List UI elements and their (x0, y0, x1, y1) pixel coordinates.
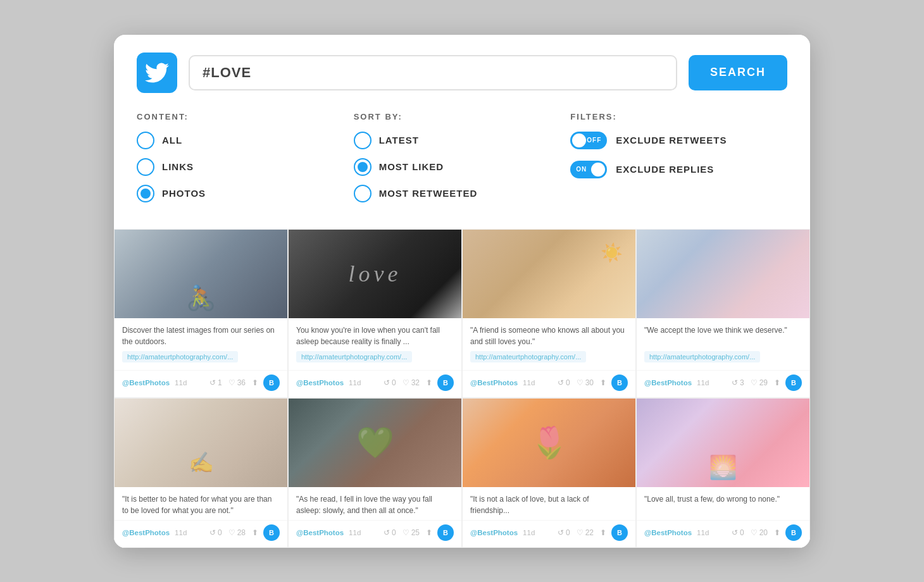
content-photos-label: PHOTOS (162, 188, 206, 199)
sort-filter-group: SORT BY: LATEST MOST LIKED MOST RETWEETE… (354, 112, 571, 211)
card-user-1[interactable]: @BestPhotos (122, 379, 170, 387)
retweet-group-6[interactable]: ↺0 (384, 528, 396, 537)
share-group-1[interactable]: ⬆ (252, 378, 258, 387)
card-actions-2: ↺0 ♡32 ⬆ (384, 378, 432, 387)
retweet-group-5[interactable]: ↺0 (209, 528, 222, 537)
footer-left-1: @BestPhotos 11d (122, 379, 187, 387)
card-user-4[interactable]: @BestPhotos (644, 379, 692, 387)
content-links-radio[interactable] (137, 158, 154, 176)
like-group-6[interactable]: ♡25 (403, 528, 420, 537)
retweet-group-3[interactable]: ↺0 (558, 378, 570, 387)
card-user-6[interactable]: @BestPhotos (296, 529, 344, 536)
card-user-2[interactable]: @BestPhotos (296, 379, 344, 387)
sort-latest-label: LATEST (379, 135, 419, 146)
like-group-3[interactable]: ♡30 (577, 378, 594, 387)
card-actions-1: ↺1 ♡36 ⬆ (209, 378, 258, 387)
footer-right-5: ↺0 ♡28 ⬆ B (209, 524, 280, 541)
footer-left-7: @BestPhotos 11d (470, 529, 535, 536)
retweet-group-2[interactable]: ↺0 (384, 378, 396, 387)
card-user-8[interactable]: @BestPhotos (644, 529, 692, 536)
card-quote-4: "We accept the love we think we deserve.… (644, 325, 802, 347)
share-group-8[interactable]: ⬆ (774, 528, 780, 537)
card-image-1 (115, 230, 287, 318)
like-group-7[interactable]: ♡22 (577, 528, 594, 537)
toggle-off-label: OFF (587, 137, 601, 144)
sort-most-retweeted-option[interactable]: MOST RETWEETED (354, 185, 571, 202)
card-user-3[interactable]: @BestPhotos (470, 379, 518, 387)
exclude-replies-toggle[interactable]: ON (570, 161, 607, 178)
card-user-5[interactable]: @BestPhotos (122, 529, 170, 536)
card-body-3: "A friend is someone who knows all about… (463, 318, 635, 370)
tweet-card: Discover the latest images from our seri… (114, 229, 288, 398)
card-actions-8: ↺0 ♡20 ⬆ (732, 528, 780, 537)
twitter-bird-icon (145, 61, 169, 85)
exclude-replies-label: EXCLUDE REPLIES (616, 164, 714, 175)
share-group-7[interactable]: ⬆ (600, 528, 606, 537)
card-time-3: 11d (523, 379, 535, 387)
content-all-radio[interactable] (137, 132, 154, 149)
card-user-7[interactable]: @BestPhotos (470, 529, 518, 536)
sort-most-liked-option[interactable]: MOST LIKED (354, 158, 571, 176)
toggle-on-label: ON (576, 166, 587, 173)
twitter-logo (137, 53, 177, 93)
footer-right-8: ↺0 ♡20 ⬆ B (732, 524, 802, 541)
sort-most-retweeted-radio[interactable] (354, 185, 371, 202)
sort-filter-title: SORT BY: (354, 112, 571, 121)
toggle-knob (572, 133, 586, 147)
card-body-1: Discover the latest images from our seri… (115, 318, 287, 370)
card-footer-1: @BestPhotos 11d ↺1 ♡36 ⬆ B (115, 370, 287, 397)
footer-right-2: ↺0 ♡32 ⬆ B (384, 375, 454, 391)
like-group-2[interactable]: ♡32 (403, 378, 420, 387)
exclude-retweets-toggle[interactable]: OFF (570, 132, 607, 149)
retweet-group-1[interactable]: ↺1 (209, 378, 222, 387)
tweet-card: "Love all, trust a few, do wrong to none… (636, 398, 810, 548)
card-time-2: 11d (349, 379, 361, 387)
tweet-card: "It is not a lack of love, but a lack of… (462, 398, 636, 548)
card-quote-5: "It is better to be hated for what you a… (122, 493, 280, 516)
card-image-2 (289, 230, 461, 318)
cards-area: Discover the latest images from our seri… (114, 229, 810, 548)
footer-left-5: @BestPhotos 11d (122, 529, 187, 536)
card-time-7: 11d (523, 529, 535, 536)
content-links-option[interactable]: LINKS (137, 158, 354, 176)
card-link-1[interactable]: http://amateurtphotography.com/... (122, 351, 238, 362)
like-group-4[interactable]: ♡29 (751, 378, 768, 387)
card-body-6: "As he read, I fell in love the way you … (289, 487, 461, 516)
share-group-3[interactable]: ⬆ (600, 378, 606, 387)
footer-right-7: ↺0 ♡22 ⬆ B (558, 524, 628, 541)
share-group-6[interactable]: ⬆ (426, 528, 432, 537)
search-input[interactable] (189, 55, 677, 90)
sort-most-liked-radio[interactable] (354, 158, 371, 176)
retweet-group-7[interactable]: ↺0 (558, 528, 570, 537)
card-link-3[interactable]: http://amateurtphotography.com/... (470, 351, 586, 362)
content-all-option[interactable]: ALL (137, 132, 354, 149)
tweet-card: You know you're in love when you can't f… (288, 229, 462, 398)
exclude-retweets-label: EXCLUDE RETWEETS (616, 135, 727, 146)
card-avatar-4: B (785, 375, 802, 391)
search-button[interactable]: SEARCH (689, 55, 787, 90)
content-photos-option[interactable]: PHOTOS (137, 185, 354, 202)
sort-most-liked-label: MOST LIKED (379, 161, 444, 172)
card-link-4[interactable]: http://amateurtphotography.com/... (644, 351, 760, 362)
sort-latest-radio[interactable] (354, 132, 371, 149)
exclude-retweets-option: OFF EXCLUDE RETWEETS (570, 132, 787, 149)
retweet-group-8[interactable]: ↺0 (732, 528, 744, 537)
card-image-5 (115, 399, 287, 487)
like-group-8[interactable]: ♡20 (751, 528, 768, 537)
like-group-1[interactable]: ♡36 (228, 378, 246, 387)
sort-latest-option[interactable]: LATEST (354, 132, 571, 149)
card-footer-5: @BestPhotos 11d ↺0 ♡28 ⬆ B (115, 520, 287, 547)
footer-right-4: ↺3 ♡29 ⬆ B (732, 375, 802, 391)
share-group-4[interactable]: ⬆ (774, 378, 780, 387)
card-avatar-2: B (437, 375, 454, 391)
card-image-7 (463, 399, 635, 487)
card-avatar-5: B (263, 524, 280, 541)
share-group-5[interactable]: ⬆ (252, 528, 258, 537)
card-link-2[interactable]: http://amateurtphotography.com/... (296, 351, 412, 362)
card-actions-4: ↺3 ♡29 ⬆ (732, 378, 780, 387)
retweet-group-4[interactable]: ↺3 (732, 378, 744, 387)
share-group-2[interactable]: ⬆ (426, 378, 432, 387)
like-group-5[interactable]: ♡28 (228, 528, 246, 537)
content-photos-radio[interactable] (137, 185, 154, 202)
card-time-4: 11d (697, 379, 709, 387)
